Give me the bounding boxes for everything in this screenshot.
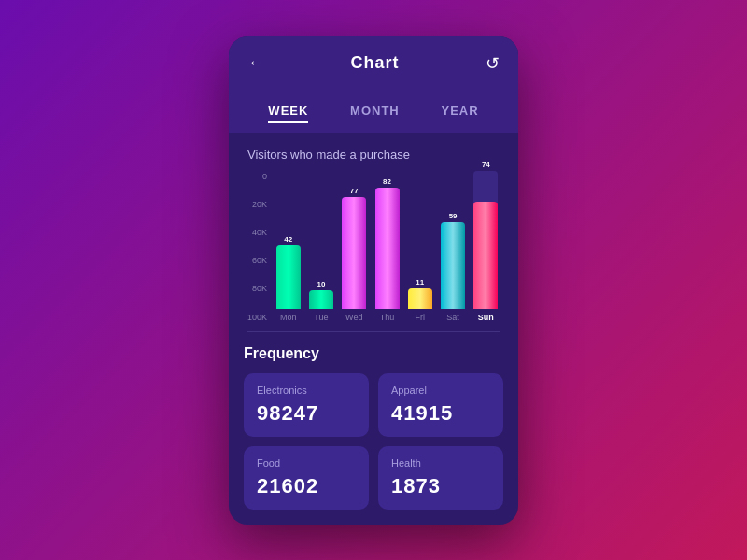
bar-label-wed: Wed <box>345 313 362 322</box>
frequency-grid: Electronics98247Apparel41915Food21602Hea… <box>244 373 503 510</box>
tab-year[interactable]: YEAR <box>442 104 479 123</box>
bar-value-tue: 10 <box>317 280 326 288</box>
bar-group-sat[interactable]: 59Sat <box>439 212 466 322</box>
bar-wed <box>342 197 366 309</box>
bar-tue <box>309 290 333 309</box>
bar-group-sun[interactable]: 74Sun <box>472 161 500 322</box>
bar-value-sat: 59 <box>449 212 458 220</box>
bar-value-thu: 82 <box>383 177 391 186</box>
y-label-2: 60K <box>247 257 267 265</box>
freq-card-apparel[interactable]: Apparel41915 <box>378 373 503 437</box>
header: ← Chart ↺ <box>229 36 518 91</box>
chart-area: 100K 80K 60K 40K 20K 0 42Mon10Tue77Wed82… <box>247 173 500 322</box>
frequency-title: Frequency <box>244 345 503 362</box>
freq-label-1: Apparel <box>391 385 490 396</box>
bar-label-tue: Tue <box>314 313 328 322</box>
bar-label-thu: Thu <box>380 313 395 322</box>
bar-label-mon: Mon <box>280 313 297 322</box>
y-axis: 100K 80K 60K 40K 20K 0 <box>247 173 267 322</box>
chart-subtitle: Visitors who made a purchase <box>247 147 500 161</box>
refresh-button[interactable]: ↺ <box>486 53 500 74</box>
bar-thu <box>375 188 400 309</box>
bar-label-sun: Sun <box>478 313 494 322</box>
bar-label-fri: Fri <box>416 313 426 322</box>
tab-month[interactable]: MONTH <box>350 104 400 123</box>
bar-mon <box>276 245 301 309</box>
bar-value-mon: 42 <box>284 235 292 244</box>
bar-group-tue[interactable]: 10Tue <box>307 280 334 322</box>
y-label-4: 20K <box>247 201 267 209</box>
freq-value-3: 1873 <box>391 474 490 498</box>
y-label-3: 40K <box>247 229 267 237</box>
freq-card-health[interactable]: Health1873 <box>378 446 503 510</box>
bar-group-mon[interactable]: 42Mon <box>275 235 302 322</box>
freq-label-2: Food <box>257 457 356 469</box>
frequency-section: Frequency Electronics98247Apparel41915Fo… <box>229 332 518 525</box>
bar-value-fri: 11 <box>416 278 424 287</box>
bars-container: 42Mon10Tue77Wed82Thu11Fri59Sat74Sun <box>275 173 500 322</box>
back-button[interactable]: ← <box>247 53 264 73</box>
page-title: Chart <box>350 53 399 73</box>
freq-value-0: 98247 <box>257 401 356 426</box>
main-card: ← Chart ↺ WEEK MONTH YEAR Visitors who m… <box>229 36 518 525</box>
freq-label-0: Electronics <box>257 385 356 396</box>
tab-week[interactable]: WEEK <box>268 104 308 123</box>
freq-card-electronics[interactable]: Electronics98247 <box>244 373 369 437</box>
bar-label-sat: Sat <box>446 313 459 322</box>
bar-group-thu[interactable]: 82Thu <box>374 177 401 322</box>
bar-fri <box>408 288 432 309</box>
freq-value-2: 21602 <box>257 474 356 498</box>
y-label-5: 0 <box>247 173 267 181</box>
bar-group-wed[interactable]: 77Wed <box>341 187 368 322</box>
freq-card-food[interactable]: Food21602 <box>244 446 369 510</box>
bar-value-sun: 74 <box>482 161 490 169</box>
bar-sat <box>441 222 465 309</box>
y-label-0: 100K <box>247 314 267 322</box>
bar-sun <box>473 202 498 309</box>
y-label-1: 80K <box>247 285 267 293</box>
freq-label-3: Health <box>391 457 490 469</box>
freq-value-1: 41915 <box>391 401 490 426</box>
chart-section: Visitors who made a purchase 100K 80K 60… <box>229 133 518 331</box>
bar-group-fri[interactable]: 11Fri <box>406 278 433 322</box>
tab-bar: WEEK MONTH YEAR <box>229 91 518 133</box>
bar-value-wed: 77 <box>350 187 359 195</box>
